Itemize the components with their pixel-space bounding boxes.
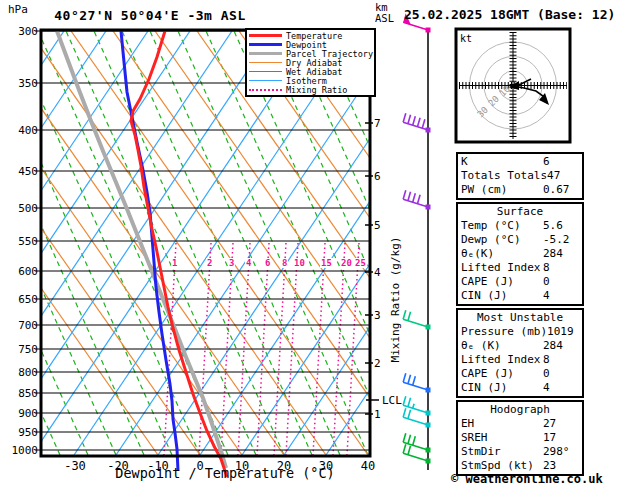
indices-row: CAPE (J)0 bbox=[461, 367, 579, 381]
legend-line-sample bbox=[249, 89, 282, 91]
indices-row: θₑ (K)284 bbox=[461, 339, 579, 353]
indices-row-value: 23 bbox=[543, 459, 556, 473]
indices-section-title: Hodograph bbox=[461, 403, 579, 417]
temp-tick-label: -10 bbox=[138, 459, 178, 473]
indices-section: SurfaceTemp (°C)5.6Dewp (°C)-5.2θₑ(K)284… bbox=[456, 202, 584, 306]
temp-tick-label: 40 bbox=[348, 459, 388, 473]
wind-barb-column bbox=[403, 13, 430, 470]
altitude-axis-unit: kmASL bbox=[375, 2, 394, 24]
indices-row: Temp (°C)5.6 bbox=[461, 219, 579, 233]
wind-barb bbox=[403, 190, 430, 209]
pressure-tick-label: 650 bbox=[4, 293, 38, 306]
indices-row: CAPE (J)0 bbox=[461, 275, 579, 289]
wind-barb bbox=[403, 433, 430, 452]
indices-row: EH27 bbox=[461, 417, 579, 431]
indices-row-value: 8 bbox=[543, 353, 550, 367]
indices-row-value: 5.6 bbox=[543, 219, 563, 233]
indices-row: StmSpd (kt)23 bbox=[461, 459, 579, 473]
mixing-ratio-value-label: 10 bbox=[293, 258, 306, 268]
legend-box: TemperatureDewpointParcel TrajectoryDry … bbox=[245, 28, 376, 97]
pressure-tick-label: 950 bbox=[4, 426, 38, 439]
indices-row: Lifted Index8 bbox=[461, 261, 579, 275]
indices-section-title: Most Unstable bbox=[461, 311, 579, 325]
indices-row-label: Totals Totals bbox=[461, 169, 547, 183]
indices-row-value: 27 bbox=[543, 417, 556, 431]
indices-row-label: Lifted Index bbox=[461, 353, 543, 367]
km-tick-label: 2 bbox=[374, 357, 381, 370]
indices-row-value: 284 bbox=[543, 247, 563, 261]
wind-barb bbox=[403, 310, 430, 329]
indices-row-label: K bbox=[461, 155, 543, 169]
indices-row-label: StmDir bbox=[461, 445, 543, 459]
temp-tick-label: 10 bbox=[222, 459, 262, 473]
indices-row-value: 47 bbox=[547, 169, 560, 183]
temp-tick-label: -20 bbox=[98, 459, 138, 473]
legend-line-sample bbox=[249, 34, 282, 37]
datetime-header: 25.02.2025 18GMT (Base: 12) bbox=[404, 7, 615, 22]
indices-row: Pressure (mb)1019 bbox=[461, 325, 579, 339]
mixing-ratio-value-label: 4 bbox=[245, 258, 252, 268]
legend-item-label: Mixing Ratio bbox=[286, 85, 347, 95]
chart-title: 40°27'N 50°04'E -3m ASL bbox=[40, 8, 260, 23]
mixing-ratio-value-label: 20 bbox=[340, 258, 353, 268]
km-tick-label: 7 bbox=[374, 117, 381, 130]
indices-row: SREH17 bbox=[461, 431, 579, 445]
legend-line-sample bbox=[249, 80, 282, 81]
mixing-ratio-value-label: 8 bbox=[281, 258, 288, 268]
legend-line-sample bbox=[249, 71, 282, 72]
indices-row-value: 6 bbox=[543, 155, 550, 169]
pressure-tick-label: 550 bbox=[4, 235, 38, 248]
mixing-ratio-value-label: 1 bbox=[171, 258, 178, 268]
indices-row-value: 4 bbox=[543, 289, 550, 303]
km-tick-label: 3 bbox=[374, 309, 381, 322]
indices-row-label: Dewp (°C) bbox=[461, 233, 543, 247]
indices-row-label: θₑ (K) bbox=[461, 339, 543, 353]
pressure-tick-label: 900 bbox=[4, 407, 38, 420]
mixing-ratio-value-label: 6 bbox=[264, 258, 271, 268]
temp-tick-label: 0 bbox=[180, 459, 220, 473]
km-tick-label: 6 bbox=[374, 170, 381, 183]
legend-item: Mixing Ratio bbox=[249, 85, 372, 94]
indices-row-label: SREH bbox=[461, 431, 543, 445]
indices-row-label: CAPE (J) bbox=[461, 367, 543, 381]
pressure-tick-label: 400 bbox=[4, 124, 38, 137]
pressure-tick-label: 800 bbox=[4, 366, 38, 379]
indices-row-value: 1019 bbox=[547, 325, 574, 339]
indices-row: StmDir298° bbox=[461, 445, 579, 459]
pressure-tick-label: 350 bbox=[4, 77, 38, 90]
mixing-ratio-value-label: 2 bbox=[206, 258, 213, 268]
indices-row-label: Lifted Index bbox=[461, 261, 543, 275]
pressure-tick-label: 600 bbox=[4, 265, 38, 278]
indices-row-label: PW (cm) bbox=[461, 183, 543, 197]
indices-row-label: Temp (°C) bbox=[461, 219, 543, 233]
legend-line-sample bbox=[249, 62, 282, 63]
pressure-tick-label: 750 bbox=[4, 343, 38, 356]
indices-row-label: Pressure (mb) bbox=[461, 325, 547, 339]
indices-row-label: EH bbox=[461, 417, 543, 431]
indices-row-label: CIN (J) bbox=[461, 381, 543, 395]
hodograph-box: kt102030 bbox=[456, 29, 570, 142]
indices-row: Lifted Index8 bbox=[461, 353, 579, 367]
skewt-sounding-page: kt102030 hPa 40°27'N 50°04'E -3m ASL 25.… bbox=[0, 0, 629, 486]
km-tick-label: 1 bbox=[374, 408, 381, 421]
indices-row: CIN (J)4 bbox=[461, 381, 579, 395]
pressure-tick-label: 300 bbox=[4, 25, 38, 38]
indices-row-value: 0 bbox=[543, 367, 550, 381]
pressure-tick-label: 1000 bbox=[4, 444, 38, 457]
mixing-ratio-value-label: 3 bbox=[228, 258, 235, 268]
pressure-tick-label: 500 bbox=[4, 202, 38, 215]
indices-row-value: 8 bbox=[543, 261, 550, 275]
pressure-tick-label: 850 bbox=[4, 387, 38, 400]
indices-row-label: CAPE (J) bbox=[461, 275, 543, 289]
indices-row: PW (cm)0.67 bbox=[461, 183, 579, 197]
pressure-tick-label: 450 bbox=[4, 165, 38, 178]
indices-row-value: 0.67 bbox=[543, 183, 570, 197]
legend-line-sample bbox=[249, 43, 282, 46]
legend-line-sample bbox=[249, 52, 282, 55]
km-tick-label: 5 bbox=[374, 219, 381, 232]
indices-row-label: CIN (J) bbox=[461, 289, 543, 303]
indices-row: CIN (J)4 bbox=[461, 289, 579, 303]
indices-row-value: 298° bbox=[543, 445, 570, 459]
km-tick-label: 4 bbox=[374, 266, 381, 279]
pressure-axis-unit: hPa bbox=[8, 3, 28, 16]
